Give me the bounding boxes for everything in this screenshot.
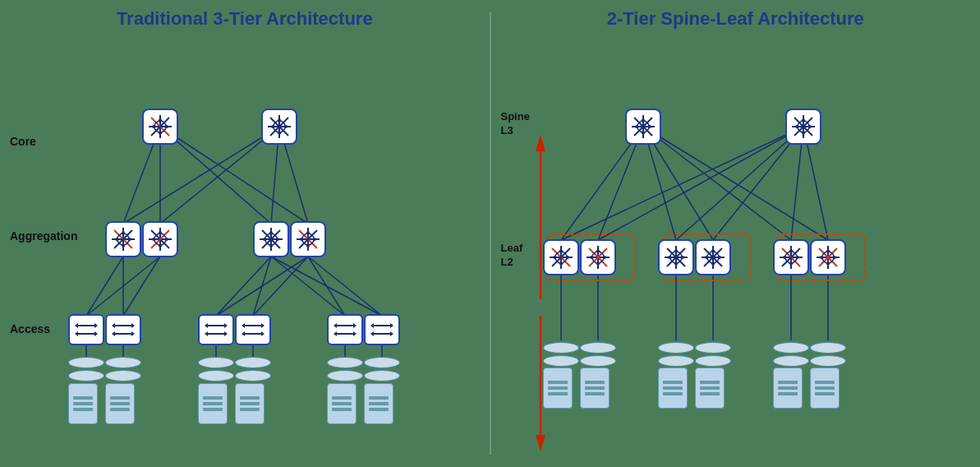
svg-marker-85: [75, 331, 78, 336]
server-4: [235, 383, 265, 424]
svg-marker-103: [242, 331, 245, 336]
access-label: Access: [10, 322, 50, 335]
svg-marker-34: [165, 124, 170, 129]
svg-marker-111: [390, 323, 393, 328]
spine-router-right: [785, 109, 821, 145]
svg-marker-161: [559, 247, 564, 252]
svg-marker-87: [131, 323, 135, 328]
svg-marker-181: [666, 255, 671, 260]
svg-line-16: [271, 257, 345, 316]
right-storage-3: [658, 342, 694, 367]
svg-marker-97: [205, 331, 208, 336]
aggregation-label: Aggregation: [10, 229, 77, 243]
svg-marker-112: [370, 323, 374, 328]
svg-marker-115: [370, 331, 374, 336]
svg-marker-208: [818, 255, 823, 260]
access-switch-3: [198, 314, 234, 345]
svg-marker-43: [284, 124, 289, 129]
svg-marker-171: [596, 262, 600, 267]
svg-marker-190: [703, 255, 708, 260]
access-switch-4: [235, 314, 271, 345]
server-5: [327, 383, 357, 424]
left-title: Traditional 3-Tier Architecture: [8, 8, 481, 30]
svg-marker-189: [711, 262, 715, 267]
svg-marker-82: [75, 323, 78, 328]
svg-marker-135: [536, 135, 545, 151]
svg-line-120: [643, 127, 791, 240]
svg-marker-96: [224, 331, 228, 336]
svg-marker-84: [94, 331, 98, 336]
storage-3: [198, 357, 234, 381]
svg-line-11: [123, 257, 160, 316]
spine-label: SpineL3: [501, 110, 530, 138]
svg-marker-33: [150, 124, 155, 129]
svg-marker-164: [566, 255, 571, 260]
svg-marker-58: [158, 229, 163, 234]
right-storage-1: [543, 342, 579, 367]
right-title: 2-Tier Spine-Leaf Architecture: [499, 8, 973, 30]
svg-marker-50: [121, 244, 126, 249]
leaf-router-6: [810, 239, 846, 275]
svg-marker-179: [674, 247, 679, 252]
svg-marker-52: [128, 237, 133, 242]
svg-line-8: [86, 257, 123, 316]
svg-marker-153: [801, 132, 806, 136]
agg-router-4: [290, 221, 326, 257]
svg-marker-90: [131, 331, 135, 336]
svg-marker-173: [603, 255, 608, 260]
svg-line-18: [308, 257, 345, 316]
leaf-router-2: [580, 239, 616, 275]
svg-line-14: [216, 257, 308, 316]
svg-marker-93: [224, 323, 228, 328]
svg-marker-197: [789, 247, 794, 252]
svg-marker-49: [121, 229, 126, 234]
svg-marker-206: [826, 247, 830, 252]
access-switch-2: [105, 314, 141, 345]
right-storage-4: [695, 342, 731, 367]
svg-marker-152: [801, 117, 806, 122]
svg-marker-67: [269, 229, 274, 234]
svg-marker-102: [261, 331, 265, 336]
access-switch-6: [364, 314, 400, 345]
spine-router-left: [625, 109, 661, 145]
svg-marker-143: [641, 117, 646, 122]
storage-2: [105, 357, 141, 381]
svg-marker-77: [306, 244, 311, 249]
svg-marker-188: [711, 247, 715, 252]
svg-marker-198: [789, 262, 794, 267]
svg-marker-59: [158, 244, 163, 249]
left-diagram: Core Aggregation Access: [8, 36, 481, 454]
core-router-right: [261, 109, 297, 145]
svg-marker-78: [298, 237, 303, 242]
svg-marker-79: [313, 237, 318, 242]
storage-6: [364, 357, 400, 381]
agg-router-2: [142, 221, 178, 257]
svg-marker-105: [353, 323, 357, 328]
svg-marker-51: [113, 237, 118, 242]
storage-5: [327, 357, 363, 381]
svg-marker-31: [158, 117, 163, 122]
svg-marker-199: [781, 255, 786, 260]
svg-marker-180: [674, 262, 679, 267]
svg-marker-144: [641, 132, 646, 136]
right-server-2: [580, 368, 610, 409]
svg-marker-172: [588, 255, 593, 260]
leaf-router-4: [695, 239, 731, 275]
svg-marker-69: [261, 237, 266, 242]
svg-marker-200: [796, 255, 801, 260]
svg-marker-191: [718, 255, 723, 260]
right-server-5: [773, 368, 803, 409]
svg-marker-94: [205, 323, 208, 328]
storage-1: [68, 357, 104, 381]
access-switch-5: [327, 314, 363, 345]
svg-marker-68: [269, 244, 274, 249]
right-server-1: [543, 368, 573, 409]
svg-line-10: [86, 257, 160, 316]
server-3: [198, 383, 228, 424]
svg-marker-209: [833, 255, 838, 260]
svg-marker-109: [334, 331, 337, 336]
svg-marker-40: [277, 117, 282, 122]
svg-marker-163: [551, 255, 556, 260]
agg-router-3: [253, 221, 289, 257]
svg-marker-100: [242, 323, 245, 328]
